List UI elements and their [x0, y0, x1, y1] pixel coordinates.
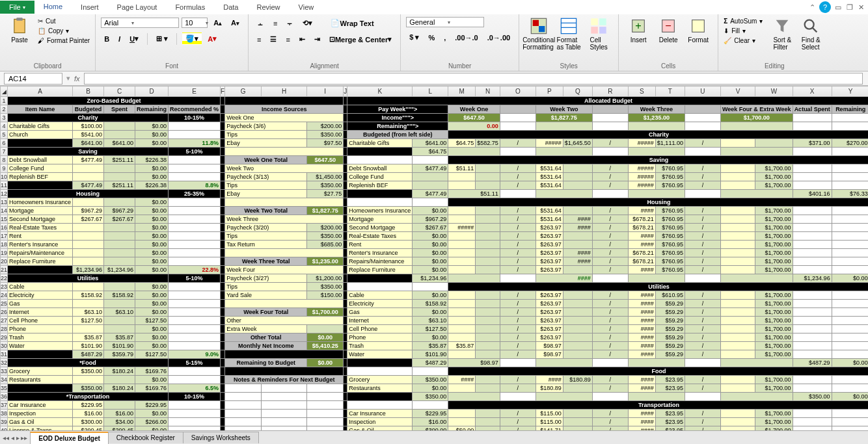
cell[interactable]	[8, 384, 73, 393]
format-button[interactable]: Format	[684, 17, 712, 44]
cell[interactable]: $64.75	[448, 139, 476, 148]
cell[interactable]	[476, 350, 500, 359]
cell[interactable]: $63.10	[73, 308, 104, 317]
cell[interactable]: Replace Furniture	[347, 266, 413, 274]
cell[interactable]	[500, 105, 536, 114]
cell[interactable]: 8.8%	[169, 181, 221, 190]
cell[interactable]: $127.50	[135, 350, 169, 359]
cell[interactable]	[225, 384, 262, 393]
cell[interactable]: #####	[628, 164, 655, 173]
cell[interactable]	[793, 350, 832, 359]
cell[interactable]: $0.00	[307, 333, 344, 342]
cell[interactable]: /	[685, 215, 720, 224]
cell[interactable]	[720, 350, 755, 359]
cell[interactable]	[221, 393, 225, 401]
cell[interactable]	[307, 384, 344, 393]
cell[interactable]: $350.00	[307, 283, 344, 291]
cell[interactable]: /	[685, 164, 720, 173]
cell[interactable]: ####	[536, 376, 563, 384]
cell[interactable]: $350.00	[73, 384, 104, 393]
cell[interactable]	[628, 359, 685, 367]
italic-button[interactable]: I	[115, 33, 124, 45]
cell[interactable]	[476, 418, 500, 426]
cell[interactable]	[104, 300, 135, 308]
cell[interactable]	[169, 224, 221, 232]
cell[interactable]: /	[592, 207, 628, 215]
cell[interactable]	[104, 257, 135, 266]
cell[interactable]	[221, 300, 225, 308]
cell[interactable]: $1,700.00	[720, 114, 793, 122]
cell[interactable]	[720, 426, 755, 431]
cell[interactable]: Saving	[8, 148, 169, 156]
cell[interactable]: Grocery	[8, 367, 73, 376]
cell[interactable]: $300.00	[73, 418, 104, 426]
cell[interactable]: /	[592, 266, 628, 274]
cell[interactable]: $967.29	[413, 215, 448, 224]
cell[interactable]: Week One	[225, 114, 344, 122]
cell[interactable]: Yard Sale	[225, 291, 307, 300]
cell[interactable]: Renter's Insurance	[8, 241, 73, 249]
cell[interactable]: $263.97	[536, 291, 563, 300]
cell[interactable]: $263.97	[536, 249, 563, 257]
cell[interactable]: Paycheck (3/27)	[225, 274, 307, 283]
cell[interactable]: $263.97	[536, 333, 563, 342]
cell[interactable]: $1,234.96	[413, 274, 448, 283]
cell[interactable]: /	[685, 410, 720, 418]
cell[interactable]	[832, 249, 868, 257]
cell[interactable]: /	[500, 164, 536, 173]
cell[interactable]: Tips	[225, 131, 307, 139]
cell[interactable]	[832, 224, 868, 232]
cell[interactable]: $1,700.00	[755, 350, 793, 359]
cell[interactable]: $35.87	[413, 342, 448, 350]
cell[interactable]: Electricity	[347, 300, 413, 308]
cell[interactable]: $760.95	[655, 181, 685, 190]
cell[interactable]: $487.29	[73, 350, 104, 359]
cell[interactable]: $229.95	[73, 401, 104, 410]
cell[interactable]	[832, 241, 868, 249]
cell[interactable]	[476, 300, 500, 308]
cell[interactable]: $350.00	[307, 232, 344, 241]
cell[interactable]: /	[500, 418, 536, 426]
cell[interactable]	[73, 249, 104, 257]
cell[interactable]	[448, 249, 476, 257]
cell[interactable]	[563, 384, 592, 393]
cell[interactable]: $1,234.96	[793, 274, 832, 283]
cell[interactable]	[793, 241, 832, 249]
cell[interactable]	[832, 266, 868, 274]
cell[interactable]: #####	[628, 139, 655, 148]
cell[interactable]: Tips	[225, 232, 307, 241]
find-select-button[interactable]: Find & Select	[796, 17, 825, 51]
cell[interactable]	[476, 410, 500, 418]
delete-button[interactable]: −Delete	[654, 17, 683, 44]
cell[interactable]: /	[500, 215, 536, 224]
orientation-icon[interactable]: ⟲▾	[299, 17, 316, 29]
cell[interactable]	[225, 300, 344, 308]
cell[interactable]: $1,700.00	[755, 384, 793, 393]
cell[interactable]	[262, 401, 307, 410]
sheet-tab-1[interactable]: EOD Deluxe Budget	[30, 432, 108, 444]
cell[interactable]	[536, 122, 592, 131]
cell[interactable]: /	[592, 300, 628, 308]
cell[interactable]	[104, 131, 135, 139]
currency-button[interactable]: $ ▾	[406, 31, 422, 44]
cell[interactable]: Grocery	[347, 376, 413, 384]
cell[interactable]	[169, 283, 221, 291]
cell[interactable]	[221, 173, 225, 181]
cell[interactable]	[793, 181, 832, 190]
cell[interactable]: ####	[628, 291, 655, 300]
cell[interactable]: Utilities	[8, 274, 169, 283]
cell[interactable]: $0.00	[135, 376, 169, 384]
cell[interactable]: ####	[628, 325, 655, 333]
cell[interactable]: 5-15%	[169, 359, 221, 367]
cell[interactable]	[221, 156, 225, 164]
cell[interactable]	[476, 232, 500, 241]
cell[interactable]	[104, 241, 135, 249]
cell[interactable]	[476, 342, 500, 350]
cell[interactable]: $23.95	[655, 410, 685, 418]
cell[interactable]	[221, 198, 225, 207]
cell[interactable]: /	[592, 291, 628, 300]
cell[interactable]: $23.95	[655, 426, 685, 431]
cell[interactable]: $0.00	[413, 249, 448, 257]
cell[interactable]: $1,700.00	[755, 325, 793, 333]
cell[interactable]	[169, 198, 221, 207]
